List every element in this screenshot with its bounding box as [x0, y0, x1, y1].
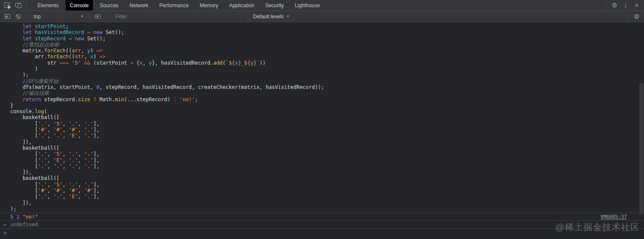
toolbar-separator — [606, 2, 607, 9]
toolbar-separator — [89, 13, 89, 20]
code-line: return stepRecord.size ? Math.min(...ste… — [10, 97, 644, 102]
return-value-icon: ← — [0, 222, 10, 228]
toolbar-separator — [26, 2, 27, 9]
console-toolbar: top ▼ Default levels ▼ ⚙ — [0, 11, 644, 22]
tab-sources[interactable]: Sources — [95, 0, 123, 11]
code-line: str === 'S' && (startPoint = {x, y}, has… — [10, 60, 644, 66]
console-code: let startPoint; let hasVisitedRecord = n… — [0, 22, 644, 213]
code-line: ['.', '.', 'E', '.'], — [10, 133, 644, 139]
chevron-down-icon: ▼ — [80, 14, 84, 18]
code-line: ['#', '#', '#', '#'], — [10, 188, 644, 193]
code-line: ['.', 'S', '.', '.'], — [10, 121, 644, 127]
device-toolbar-icon — [15, 3, 21, 8]
tab-network[interactable]: Network — [125, 0, 152, 11]
toolbar-separator — [26, 13, 27, 20]
tab-elements[interactable]: Elements — [33, 0, 63, 11]
toolbar-separator — [247, 13, 248, 20]
code-line: } — [10, 102, 644, 108]
console-result-row: 5 1 "no!" VM6005:37 — [0, 213, 644, 221]
code-line: ['.', 'E', '.', '.'], — [10, 157, 644, 163]
code-line: ); — [10, 72, 644, 78]
code-line: let startPoint; — [10, 23, 644, 29]
toggle-device-toolbar-button[interactable] — [13, 0, 24, 11]
tabbar-right-controls: ⚙ ⋮ × — [604, 0, 644, 11]
code-line: console.log( — [10, 108, 644, 114]
clear-console-button[interactable] — [13, 11, 24, 22]
inspect-cursor-icon — [4, 3, 10, 9]
tab-security[interactable]: Security — [261, 0, 288, 11]
code-line: //输出结果 — [10, 90, 644, 96]
return-value-text: undefined — [10, 222, 38, 228]
code-line: let hasVisitedRecord = new Set(); — [10, 29, 644, 35]
chevron-down-icon: ▼ — [286, 14, 290, 18]
tab-memory[interactable]: Memory — [196, 0, 222, 11]
toolbar-separator — [106, 13, 106, 20]
code-line: basketball([ — [10, 145, 644, 151]
eye-icon — [95, 14, 101, 19]
source-location-link[interactable]: VM6005:37 — [601, 214, 627, 220]
settings-button[interactable]: ⚙ — [609, 0, 620, 11]
code-line: let stepRecord = new Set(); — [10, 36, 644, 42]
log-levels-dropdown[interactable]: Default levels ▼ — [250, 14, 292, 20]
tab-console[interactable]: Console — [66, 0, 93, 11]
code-line: ['.', '.', 'E', '.'], — [10, 193, 644, 199]
console-prompt-row[interactable]: > — [0, 229, 644, 237]
code-line: ['.', 'S', '.', '.'], — [10, 182, 644, 188]
console-output: let startPoint; let hasVisitedRecord = n… — [0, 22, 644, 239]
toggle-console-sidebar-button[interactable] — [2, 11, 13, 22]
gear-icon: ⚙ — [612, 2, 617, 9]
code-line: arr.forEach((str, x) => — [10, 54, 644, 60]
devtools-tabbar: ElementsConsoleSourcesNetworkPerformance… — [0, 0, 644, 11]
code-line: basketball([ — [10, 114, 644, 120]
log-levels-label: Default levels — [253, 14, 284, 20]
code-line: ['.', '.', '.', '.'], — [10, 163, 644, 169]
tab-strip: ElementsConsoleSourcesNetworkPerformance… — [32, 0, 325, 11]
clear-console-icon — [16, 14, 21, 19]
vertical-scrollbar-thumb[interactable] — [639, 83, 644, 214]
filter-input[interactable] — [115, 13, 245, 20]
code-line: //DFS搜索开始 — [10, 78, 644, 84]
tab-lighthouse[interactable]: Lighthouse — [290, 0, 324, 11]
tab-application[interactable]: Application — [225, 0, 259, 11]
code-line: ]), — [10, 139, 644, 145]
create-live-expression-button[interactable] — [92, 11, 103, 22]
code-line: dfs(matrix, startPoint, 0, stepRecord, h… — [10, 84, 644, 90]
console-sidebar-icon — [5, 14, 10, 19]
code-line: ); — [10, 206, 644, 212]
close-icon: × — [635, 2, 639, 9]
code-line: ]), — [10, 200, 644, 206]
toolbar-separator — [628, 13, 629, 20]
inspect-element-button[interactable] — [2, 0, 13, 11]
code-line: //查找起点坐标 — [10, 42, 644, 48]
console-settings-button[interactable]: ⚙ — [631, 11, 642, 22]
code-line: ['.', 'S', '.', '.'], — [10, 151, 644, 157]
javascript-context-selector[interactable]: top ▼ — [31, 14, 86, 20]
close-devtools-button[interactable]: × — [631, 0, 642, 11]
code-line: ['#', '#', '#', '.'], — [10, 127, 644, 133]
code-line: ) — [10, 66, 644, 72]
tab-performance[interactable]: Performance — [155, 0, 193, 11]
devtools-window: ElementsConsoleSourcesNetworkPerformance… — [0, 0, 644, 239]
gear-icon: ⚙ — [634, 13, 639, 20]
context-selector-value: top — [34, 14, 41, 20]
code-line: matrix.forEach((arr, y) => — [10, 48, 644, 54]
kebab-menu-icon: ⋮ — [623, 3, 629, 9]
code-line: basketball([ — [10, 175, 644, 181]
result-values: 5 1 "no!" — [10, 214, 38, 220]
return-value-row: ← undefined — [0, 221, 644, 229]
code-line: ]), — [10, 169, 644, 175]
prompt-chevron-icon: > — [0, 230, 10, 236]
more-options-button[interactable]: ⋮ — [620, 0, 631, 11]
console-toolbar-right: ⚙ — [626, 11, 644, 22]
